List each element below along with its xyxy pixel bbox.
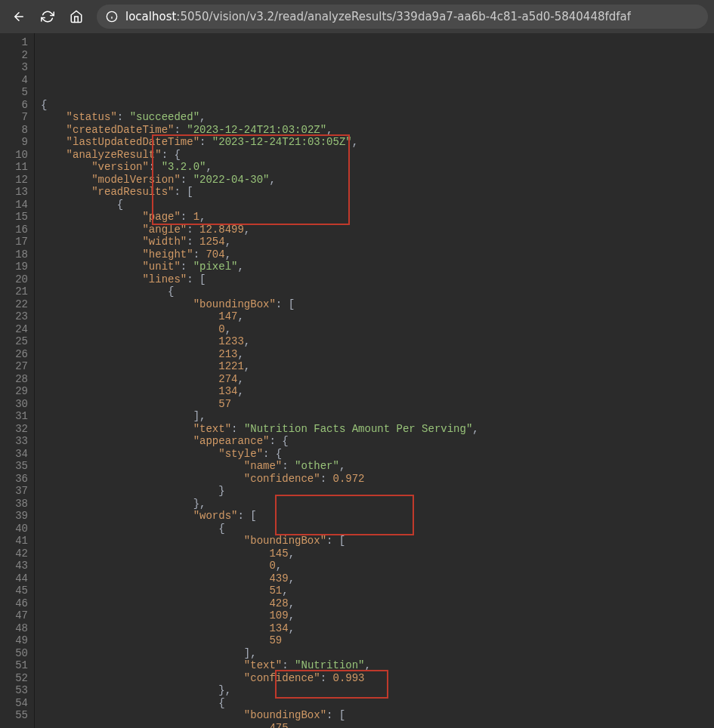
code-line: 1221, <box>41 360 479 373</box>
code-line: "readResults": [ <box>41 186 479 199</box>
address-bar[interactable]: localhost:5050/vision/v3.2/read/analyzeR… <box>97 5 708 29</box>
code-line: { <box>41 523 479 535</box>
line-number: 16 <box>0 224 28 236</box>
browser-toolbar: localhost:5050/vision/v3.2/read/analyzeR… <box>0 0 714 33</box>
code-line: 59 <box>41 634 479 647</box>
line-number: 41 <box>0 535 28 548</box>
code-line: { <box>41 99 479 112</box>
code-line: "boundingBox": [ <box>41 298 479 311</box>
line-number: 15 <box>0 211 28 224</box>
code-line: 51, <box>41 585 479 597</box>
line-number: 36 <box>0 473 28 486</box>
line-number: 4 <box>0 74 28 87</box>
line-number: 38 <box>0 498 28 511</box>
line-number: 2 <box>0 49 28 62</box>
code-line: 428, <box>41 597 479 610</box>
code-line: "name": "other", <box>41 460 479 473</box>
line-number: 8 <box>0 124 28 137</box>
code-line: 1233, <box>41 335 479 348</box>
line-number: 13 <box>0 186 28 199</box>
line-number: 48 <box>0 622 28 635</box>
code-line: "lines": [ <box>41 273 479 286</box>
code-line: 134, <box>41 622 479 635</box>
line-number: 11 <box>0 161 28 174</box>
url-text: localhost:5050/vision/v3.2/read/analyzeR… <box>125 10 631 23</box>
back-button[interactable] <box>6 4 32 29</box>
code-line: "unit": "pixel", <box>41 261 479 273</box>
line-number: 30 <box>0 398 28 411</box>
line-number: 53 <box>0 684 28 697</box>
code-line: 475, <box>41 722 479 729</box>
line-number: 18 <box>0 248 28 261</box>
line-number: 52 <box>0 672 28 685</box>
line-number: 44 <box>0 572 28 585</box>
line-number: 49 <box>0 634 28 647</box>
code-line: "confidence": 0.993 <box>41 672 479 685</box>
line-number: 7 <box>0 111 28 124</box>
code-line: 0, <box>41 323 479 336</box>
line-number: 26 <box>0 348 28 361</box>
line-number: 10 <box>0 149 28 162</box>
line-number: 12 <box>0 174 28 187</box>
code-line: 213, <box>41 348 479 361</box>
code-line: "angle": 12.8499, <box>41 224 479 236</box>
code-line: "style": { <box>41 448 479 461</box>
line-number: 24 <box>0 323 28 336</box>
line-number: 5 <box>0 86 28 99</box>
line-number: 19 <box>0 261 28 273</box>
code-line: 0, <box>41 560 479 572</box>
code-line: { <box>41 199 479 211</box>
line-number: 33 <box>0 435 28 448</box>
code-line: 109, <box>41 609 479 622</box>
code-line: 439, <box>41 572 479 585</box>
line-number: 27 <box>0 360 28 373</box>
code-line: } <box>41 485 479 498</box>
line-number: 51 <box>0 659 28 672</box>
line-number: 54 <box>0 697 28 710</box>
code-line: "status": "succeeded", <box>41 111 479 124</box>
code-line: "analyzeResult": { <box>41 149 479 162</box>
code-line: "createdDateTime": "2023-12-24T21:03:02Z… <box>41 124 479 137</box>
code-line: "height": 704, <box>41 248 479 261</box>
line-number: 29 <box>0 385 28 398</box>
line-number: 50 <box>0 647 28 660</box>
code-line: "boundingBox": [ <box>41 535 479 548</box>
code-editor: 1234567891011121314151617181920212223242… <box>0 33 714 728</box>
home-button[interactable] <box>63 4 89 29</box>
line-number: 46 <box>0 597 28 610</box>
code-line: "text": "Nutrition", <box>41 659 479 672</box>
line-number: 35 <box>0 460 28 473</box>
code-content[interactable]: { "status": "succeeded", "createdDateTim… <box>35 33 479 728</box>
line-number: 31 <box>0 410 28 423</box>
code-line: "boundingBox": [ <box>41 709 479 722</box>
line-number: 43 <box>0 560 28 572</box>
code-line: }, <box>41 684 479 697</box>
code-line: "width": 1254, <box>41 236 479 248</box>
line-number: 23 <box>0 310 28 323</box>
code-line: "text": "Nutrition Facts Amount Per Serv… <box>41 423 479 436</box>
line-number: 14 <box>0 199 28 211</box>
code-line: ], <box>41 647 479 660</box>
code-line: 274, <box>41 373 479 386</box>
line-number: 39 <box>0 510 28 523</box>
line-number: 6 <box>0 99 28 112</box>
line-number: 37 <box>0 485 28 498</box>
line-number-gutter: 1234567891011121314151617181920212223242… <box>0 33 35 728</box>
line-number: 55 <box>0 709 28 722</box>
code-line: "page": 1, <box>41 211 479 224</box>
code-line: "confidence": 0.972 <box>41 473 479 486</box>
code-line: "appearance": { <box>41 435 479 448</box>
code-line: 147, <box>41 310 479 323</box>
code-line: ], <box>41 410 479 423</box>
refresh-button[interactable] <box>35 4 60 29</box>
line-number: 47 <box>0 609 28 622</box>
line-number: 34 <box>0 448 28 461</box>
code-line: "words": [ <box>41 510 479 523</box>
code-line: "modelVersion": "2022-04-30", <box>41 174 479 187</box>
code-line: 134, <box>41 385 479 398</box>
line-number: 32 <box>0 423 28 436</box>
line-number: 28 <box>0 373 28 386</box>
code-line: "lastUpdatedDateTime": "2023-12-24T21:03… <box>41 136 479 149</box>
code-line: 57 <box>41 398 479 411</box>
line-number: 25 <box>0 335 28 348</box>
